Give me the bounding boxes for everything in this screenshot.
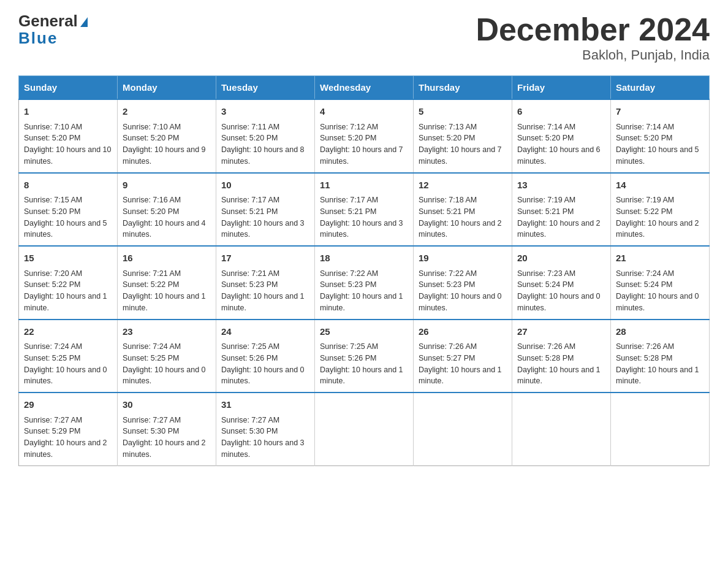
sunset-text: Sunset: 5:20 PM (123, 134, 179, 142)
sunset-text: Sunset: 5:24 PM (517, 280, 574, 289)
daylight-text: Daylight: 10 hours and 6 minutes. (517, 145, 601, 166)
day-number: 31 (221, 398, 309, 412)
day-number: 29 (24, 398, 112, 412)
calendar-cell: 29Sunrise: 7:27 AMSunset: 5:29 PMDayligh… (19, 393, 118, 465)
sunrise-text: Sunrise: 7:22 AM (419, 269, 477, 278)
daylight-text: Daylight: 10 hours and 0 minutes. (24, 366, 107, 386)
calendar-cell: 25Sunrise: 7:25 AMSunset: 5:26 PMDayligh… (315, 320, 414, 393)
calendar-cell: 8Sunrise: 7:15 AMSunset: 5:20 PMDaylight… (19, 173, 118, 247)
sunrise-text: Sunrise: 7:27 AM (221, 416, 279, 424)
calendar-cell: 21Sunrise: 7:24 AMSunset: 5:24 PMDayligh… (611, 246, 710, 320)
page-header: General Blue December 2024 Bakloh, Punja… (18, 12, 710, 63)
day-number: 22 (24, 325, 112, 339)
daylight-text: Daylight: 10 hours and 8 minutes. (221, 145, 305, 166)
sunrise-text: Sunrise: 7:15 AM (24, 196, 82, 204)
sunset-text: Sunset: 5:20 PM (221, 134, 278, 142)
sunset-text: Sunset: 5:21 PM (517, 207, 574, 216)
day-number: 23 (123, 325, 211, 339)
daylight-text: Daylight: 10 hours and 1 minute. (616, 366, 699, 386)
day-number: 11 (320, 178, 408, 193)
calendar-cell: 6Sunrise: 7:14 AMSunset: 5:20 PMDaylight… (512, 99, 611, 173)
sunrise-text: Sunrise: 7:10 AM (123, 123, 181, 131)
day-number: 5 (419, 105, 507, 119)
daylight-text: Daylight: 10 hours and 3 minutes. (221, 219, 305, 239)
daylight-text: Daylight: 10 hours and 1 minute. (419, 366, 502, 386)
sunset-text: Sunset: 5:30 PM (123, 427, 179, 435)
sunset-text: Sunset: 5:27 PM (419, 354, 475, 362)
calendar-cell: 3Sunrise: 7:11 AMSunset: 5:20 PMDaylight… (216, 99, 315, 173)
calendar-cell (512, 393, 611, 465)
calendar-cell: 30Sunrise: 7:27 AMSunset: 5:30 PMDayligh… (118, 393, 216, 465)
title-block: December 2024 Bakloh, Punjab, India (476, 12, 710, 63)
day-header-sunday: Sunday (19, 76, 118, 100)
calendar-cell: 17Sunrise: 7:21 AMSunset: 5:23 PMDayligh… (216, 246, 315, 320)
day-number: 17 (221, 251, 309, 266)
calendar-week-row: 29Sunrise: 7:27 AMSunset: 5:29 PMDayligh… (19, 393, 710, 465)
calendar-cell (414, 393, 512, 465)
daylight-text: Daylight: 10 hours and 1 minute. (320, 292, 403, 312)
sunset-text: Sunset: 5:21 PM (419, 207, 475, 216)
daylight-text: Daylight: 10 hours and 0 minutes. (123, 366, 206, 386)
day-number: 1 (24, 105, 112, 119)
day-number: 16 (123, 251, 211, 266)
sunset-text: Sunset: 5:23 PM (221, 280, 278, 289)
daylight-text: Daylight: 10 hours and 2 minutes. (517, 219, 601, 239)
calendar-cell: 1Sunrise: 7:10 AMSunset: 5:20 PMDaylight… (19, 99, 118, 173)
daylight-text: Daylight: 10 hours and 1 minute. (517, 366, 601, 386)
day-header-wednesday: Wednesday (315, 76, 414, 100)
sunset-text: Sunset: 5:26 PM (221, 354, 278, 362)
daylight-text: Daylight: 10 hours and 1 minute. (24, 292, 107, 312)
calendar-cell: 4Sunrise: 7:12 AMSunset: 5:20 PMDaylight… (315, 99, 414, 173)
daylight-text: Daylight: 10 hours and 4 minutes. (123, 219, 206, 239)
calendar-cell: 2Sunrise: 7:10 AMSunset: 5:20 PMDaylight… (118, 99, 216, 173)
daylight-text: Daylight: 10 hours and 0 minutes. (419, 292, 502, 312)
calendar-cell: 26Sunrise: 7:26 AMSunset: 5:27 PMDayligh… (414, 320, 512, 393)
day-number: 25 (320, 325, 408, 339)
sunrise-text: Sunrise: 7:23 AM (517, 269, 575, 278)
sunrise-text: Sunrise: 7:26 AM (419, 342, 477, 351)
calendar-cell: 28Sunrise: 7:26 AMSunset: 5:28 PMDayligh… (611, 320, 710, 393)
day-header-thursday: Thursday (414, 76, 512, 100)
sunset-text: Sunset: 5:20 PM (320, 134, 376, 142)
sunset-text: Sunset: 5:28 PM (517, 354, 574, 362)
daylight-text: Daylight: 10 hours and 3 minutes. (320, 219, 403, 239)
day-number: 28 (616, 325, 704, 339)
sunset-text: Sunset: 5:29 PM (24, 427, 80, 435)
calendar-cell: 12Sunrise: 7:18 AMSunset: 5:21 PMDayligh… (414, 173, 512, 247)
day-number: 7 (616, 105, 704, 119)
daylight-text: Daylight: 10 hours and 1 minute. (123, 292, 206, 312)
day-number: 24 (221, 325, 309, 339)
calendar-week-row: 8Sunrise: 7:15 AMSunset: 5:20 PMDaylight… (19, 173, 710, 247)
daylight-text: Daylight: 10 hours and 7 minutes. (320, 145, 403, 166)
calendar-subtitle: Bakloh, Punjab, India (476, 47, 710, 63)
sunset-text: Sunset: 5:21 PM (320, 207, 376, 216)
day-number: 27 (517, 325, 605, 339)
calendar-table: SundayMondayTuesdayWednesdayThursdayFrid… (18, 75, 710, 466)
daylight-text: Daylight: 10 hours and 0 minutes. (221, 366, 305, 386)
sunrise-text: Sunrise: 7:24 AM (24, 342, 82, 351)
day-number: 13 (517, 178, 605, 193)
daylight-text: Daylight: 10 hours and 2 minutes. (616, 219, 699, 239)
daylight-text: Daylight: 10 hours and 2 minutes. (24, 439, 107, 459)
sunset-text: Sunset: 5:20 PM (24, 134, 80, 142)
daylight-text: Daylight: 10 hours and 5 minutes. (616, 145, 699, 166)
sunset-text: Sunset: 5:21 PM (221, 207, 278, 216)
day-number: 2 (123, 105, 211, 119)
daylight-text: Daylight: 10 hours and 1 minute. (320, 366, 403, 386)
calendar-cell: 27Sunrise: 7:26 AMSunset: 5:28 PMDayligh… (512, 320, 611, 393)
day-number: 12 (419, 178, 507, 193)
calendar-cell: 19Sunrise: 7:22 AMSunset: 5:23 PMDayligh… (414, 246, 512, 320)
calendar-cell (611, 393, 710, 465)
logo-blue-text: Blue (18, 29, 58, 48)
day-number: 10 (221, 178, 309, 193)
daylight-text: Daylight: 10 hours and 3 minutes. (221, 439, 305, 459)
sunrise-text: Sunrise: 7:26 AM (616, 342, 674, 351)
sunset-text: Sunset: 5:24 PM (616, 280, 672, 289)
days-header-row: SundayMondayTuesdayWednesdayThursdayFrid… (19, 76, 710, 100)
daylight-text: Daylight: 10 hours and 1 minute. (221, 292, 305, 312)
day-number: 21 (616, 251, 704, 266)
sunrise-text: Sunrise: 7:11 AM (221, 123, 279, 131)
sunset-text: Sunset: 5:22 PM (24, 280, 80, 289)
calendar-cell: 20Sunrise: 7:23 AMSunset: 5:24 PMDayligh… (512, 246, 611, 320)
sunrise-text: Sunrise: 7:10 AM (24, 123, 82, 131)
